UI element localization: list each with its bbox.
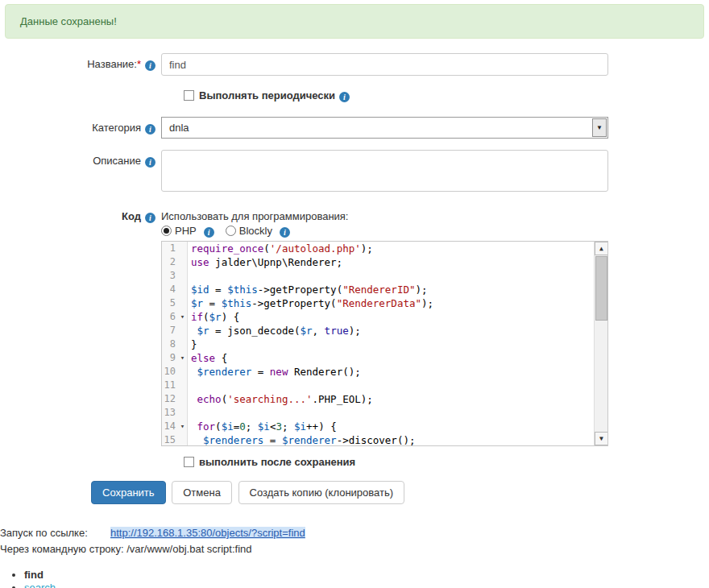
line-number: 3	[162, 269, 178, 283]
fold-gutter	[178, 324, 187, 337]
code-text: echo('searching...'.PHP_EOL);	[188, 392, 373, 406]
list-item: find	[24, 569, 709, 582]
line-number: 7	[162, 324, 178, 337]
usage-label: Использовать для программирования:	[161, 210, 608, 222]
blockly-radio[interactable]	[226, 226, 236, 236]
info-icon[interactable]: i	[145, 213, 155, 223]
script-form: Название:*i Выполнять периодическиi Кате…	[0, 53, 709, 504]
fold-gutter	[178, 269, 187, 283]
run-script-link[interactable]: http://192.168.1.35:80/objects/?script=f…	[110, 527, 305, 539]
code-text: $renderer = new Renderer();	[188, 365, 361, 379]
line-number: 14	[162, 420, 178, 433]
fold-gutter	[178, 255, 187, 269]
php-radio[interactable]	[161, 226, 172, 236]
name-label: Название:	[87, 58, 137, 70]
code-line: 4$id = $this->getProperty("RendererID");	[162, 283, 607, 296]
code-line: 15 $renderers = $renderer->discover();	[162, 433, 607, 446]
code-text: for($i=0; $i<3; $i++) {	[188, 420, 337, 433]
code-text: use jalder\Upnp\Renderer;	[188, 255, 342, 269]
cancel-button[interactable]: Отмена	[172, 481, 232, 504]
info-icon[interactable]: i	[145, 60, 155, 71]
description-row: Описаниеi	[0, 150, 709, 194]
fold-gutter	[178, 365, 187, 379]
line-number: 9	[162, 351, 178, 365]
category-label: Категория	[92, 122, 141, 134]
code-text: require_once('/autoload.php');	[188, 242, 373, 255]
description-label-col: Описаниеi	[0, 150, 161, 194]
code-text: $id = $this->getProperty("RendererID");	[188, 283, 428, 296]
fold-arrow-icon[interactable]: ▾	[178, 351, 187, 365]
line-number: 1	[162, 242, 178, 255]
success-alert-text: Данные сохранены!	[20, 15, 117, 27]
line-number: 6	[162, 310, 178, 324]
code-text: if($r) {	[188, 310, 239, 324]
category-selected-value: dnla	[169, 122, 189, 134]
category-label-col: Категорияi	[0, 117, 161, 139]
code-label: Код	[122, 210, 141, 222]
line-number: 5	[162, 296, 178, 310]
object-list: findsearch	[24, 569, 709, 588]
info-icon[interactable]: i	[145, 124, 155, 135]
list-item: search	[24, 582, 709, 588]
periodic-checkbox[interactable]	[184, 90, 194, 101]
name-input[interactable]	[161, 53, 608, 76]
editor-scrollbar[interactable]: ▲ ▼	[594, 242, 607, 445]
code-line: 6▾if($r) {	[162, 310, 607, 324]
after-save-label: выполнить после сохранения	[199, 456, 355, 468]
code-line: 10 $renderer = new Renderer();	[162, 365, 607, 379]
fold-gutter	[178, 392, 187, 406]
code-line: 3	[162, 269, 607, 283]
code-line: 11	[162, 379, 607, 392]
footer: Запуск по ссылке: http://192.168.1.35:80…	[0, 527, 709, 588]
fold-gutter	[178, 242, 187, 255]
info-icon[interactable]: i	[280, 227, 290, 238]
code-text	[188, 379, 197, 392]
save-button[interactable]: Сохранить	[91, 481, 166, 504]
description-label: Описание	[93, 155, 141, 167]
fold-gutter	[178, 379, 187, 392]
fold-gutter	[178, 433, 187, 446]
code-line: 5$r = $this->getProperty("RendererData")…	[162, 296, 607, 310]
fold-gutter	[178, 283, 187, 296]
info-icon[interactable]: i	[339, 92, 350, 102]
fold-arrow-icon[interactable]: ▾	[178, 310, 187, 324]
language-radio-group: PHPiBlocklyi	[161, 225, 608, 238]
object-link[interactable]: search	[24, 582, 56, 588]
description-textarea[interactable]	[161, 150, 608, 192]
code-line: 9▾else {	[162, 351, 607, 365]
fold-arrow-icon[interactable]: ▾	[178, 420, 187, 433]
code-line: 7 $r = json_decode($r, true);	[162, 324, 607, 337]
code-lines: 1require_once('/autoload.php');2use jald…	[162, 242, 607, 446]
code-editor[interactable]: 1require_once('/autoload.php');2use jald…	[161, 241, 608, 446]
code-text	[188, 406, 197, 420]
required-mark: *	[137, 58, 141, 70]
scrollbar-thumb[interactable]	[595, 256, 607, 321]
after-save-checkbox[interactable]	[184, 457, 194, 467]
code-line: 12 echo('searching...'.PHP_EOL);	[162, 392, 607, 406]
code-text: $renderers = $renderer->discover();	[188, 433, 415, 446]
run-link-label: Запуск по ссылке:	[0, 527, 110, 539]
code-line: 14▾ for($i=0; $i<3; $i++) {	[162, 420, 607, 433]
periodic-row: Выполнять периодическиi	[0, 87, 709, 102]
code-line: 8}	[162, 337, 607, 351]
info-icon[interactable]: i	[204, 227, 214, 238]
line-number: 12	[162, 392, 178, 406]
code-label-col: Кодi	[0, 210, 161, 481]
info-icon[interactable]: i	[145, 157, 155, 168]
clone-button[interactable]: Создать копию (клонировать)	[238, 481, 405, 504]
code-text	[188, 269, 197, 283]
code-text: }	[188, 337, 197, 351]
periodic-label: Выполнять периодически	[199, 89, 335, 101]
code-text: $r = json_decode($r, true);	[188, 324, 361, 337]
line-number: 10	[162, 365, 178, 379]
cmd-line-text: Через командную строку: /var/www/obj.bat…	[0, 543, 709, 557]
scrollbar-down-icon[interactable]: ▼	[595, 432, 608, 445]
fold-gutter	[178, 296, 187, 310]
code-text: $r = $this->getProperty("RendererData");	[188, 296, 433, 310]
object-label: find	[24, 569, 44, 581]
chevron-down-icon[interactable]: ▼	[592, 118, 607, 137]
code-line: 13	[162, 406, 607, 420]
category-select[interactable]: dnla ▼	[161, 117, 608, 139]
scrollbar-up-icon[interactable]: ▲	[595, 242, 608, 255]
php-radio-label: PHP	[175, 225, 197, 237]
